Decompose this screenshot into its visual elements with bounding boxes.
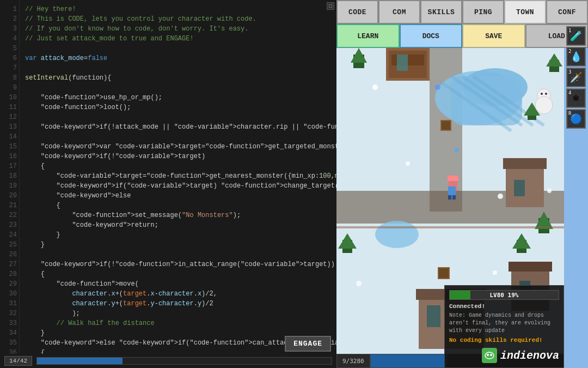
game-panel[interactable]: CODECOMSKILLSPINGTOWNCONF LEARNDOCSSAVEL… [336,0,588,368]
skill-slot-1[interactable]: 1🧪 [566,26,586,46]
svg-point-54 [406,161,410,166]
code-line-13: "code-keyword">if(!attack_mode || "code-… [25,122,331,132]
code-hp-fill [37,358,122,364]
svg-point-56 [547,189,552,193]
code-line-5 [25,44,331,53]
svg-rect-59 [336,226,564,228]
nav-ping[interactable]: PING [462,0,504,24]
nav-town[interactable]: TOWN [504,0,546,24]
connection-status: Connected! [449,303,559,310]
sec-nav-learn[interactable]: LEARN [336,24,400,48]
svg-point-62 [485,352,494,359]
code-line-23: "code-keyword">return; [25,220,331,230]
code-line-3: // If you don't know how to code, don't … [25,24,331,34]
svg-point-61 [490,354,492,356]
logo-area: indienova [449,348,559,363]
code-line-17: { [25,161,331,171]
code-line-6: var attack_mode=false [25,53,331,63]
svg-point-52 [455,148,459,152]
skill-slot-number: 4 [568,90,571,95]
skill-slot-number: 3 [568,69,571,75]
indienova-logo: indienova [500,349,559,362]
svg-point-58 [493,270,497,275]
code-line-1: // Hey there! [25,4,331,14]
nav-skills[interactable]: SKILLS [420,0,462,24]
skill-slot-number: 1 [568,28,571,33]
info-note: Note: Game dynamics and drops aren't fin… [449,312,559,335]
svg-point-41 [545,93,547,95]
code-line-7 [25,63,331,73]
nav-com[interactable]: COM [378,0,420,24]
svg-point-11 [375,221,419,248]
svg-rect-44 [448,186,456,195]
code-line-4: // Just set attack_mode to true and ENGA… [25,34,331,44]
svg-point-51 [435,85,440,90]
code-editor[interactable]: 1234567891011121314151617181920212223242… [0,0,336,354]
svg-rect-15 [397,55,408,71]
skill-slot-number: 2 [568,49,571,54]
code-line-18: "code-variable">target="code-function">g… [25,171,331,181]
code-line-30: character.x+(target.x-character.x)/2, [25,289,331,299]
main-layout: □ 12345678910111213141516171819202122232… [0,0,588,368]
skill-slot-4[interactable]: 4❄️ [566,88,586,108]
svg-rect-46 [452,195,456,200]
code-lines[interactable]: // Hey there!// This is CODE, lets you c… [20,0,336,354]
code-line-8: setInterval(function){ [25,73,331,83]
skill-slot-2[interactable]: 2💧 [566,47,586,67]
svg-point-53 [372,85,378,90]
code-line-10: "code-function">use_hp_or_mp(); [25,93,331,102]
code-line-24: } [25,230,331,240]
right-sidebar: 1🧪2💧3🗡️4❄️R🔵 [564,24,588,131]
line-numbers: 1234567891011121314151617181920212223242… [0,0,20,354]
skill-slot-R[interactable]: R🔵 [566,109,586,129]
game-counter: 9/3280 [336,354,370,368]
sec-nav-docs[interactable]: DOCS [400,24,463,48]
code-line-25: } [25,240,331,250]
code-line-32: ); [25,309,331,318]
code-line-31: character.y+(target.y-character.y)/2 [25,299,331,309]
code-line-14 [25,132,331,142]
code-line-28: { [25,269,331,279]
svg-rect-45 [448,195,451,200]
skill-slot-number: R [568,111,571,116]
code-bottom-bar: 14/42 [0,354,336,368]
svg-rect-17 [503,158,547,169]
code-line-21: { [25,201,331,210]
svg-rect-43 [448,176,458,181]
code-line-27: "code-keyword">if(!"code-function">in_at… [25,260,331,269]
svg-point-40 [541,93,543,95]
svg-rect-24 [509,262,552,272]
code-line-29: "code-function">move( [25,279,331,289]
game-hp-fill [371,354,448,367]
code-line-20: "code-keyword">else [25,191,331,201]
wechat-icon[interactable] [482,348,497,363]
code-line-26 [25,250,331,260]
code-line-16: "code-keyword">if(!"code-variable">targe… [25,152,331,161]
top-nav: CODECOMSKILLSPINGTOWNCONF [336,0,588,24]
second-nav: LEARNDOCSSAVELOAD [336,24,588,48]
sec-nav-save[interactable]: SAVE [462,24,525,48]
code-line-9 [25,83,331,93]
code-line-19: "code-keyword">if("code-variable">target… [25,181,331,191]
nav-conf[interactable]: CONF [546,0,588,24]
engage-button[interactable]: ENGAGE [285,336,331,352]
code-line-15: "code-keyword">var "code-variable">targe… [25,142,331,152]
code-line-22: "code-function">set_message("No Monsters… [25,210,331,220]
xp-bar-container: LV80 19% [449,290,559,300]
svg-point-39 [535,96,553,114]
svg-rect-50 [439,268,449,278]
svg-point-55 [498,194,503,199]
skill-slot-3[interactable]: 3🗡️ [566,68,586,87]
info-panel: LV80 19% Connected! Note: Game dynamics … [444,285,564,368]
no-coding-label: No coding skills required! [449,337,559,343]
code-hp-bar [36,357,332,365]
code-line-33: // Walk half the distance [25,318,331,328]
nav-code[interactable]: CODE [336,0,378,24]
svg-rect-21 [427,305,440,327]
code-line-11: "code-function">loot(); [25,102,331,112]
code-counter: 14/42 [4,356,32,366]
svg-point-60 [487,354,489,356]
svg-rect-18 [514,180,525,196]
code-line-12 [25,112,331,122]
code-line-2: // This is CODE, lets you control your c… [25,14,331,24]
